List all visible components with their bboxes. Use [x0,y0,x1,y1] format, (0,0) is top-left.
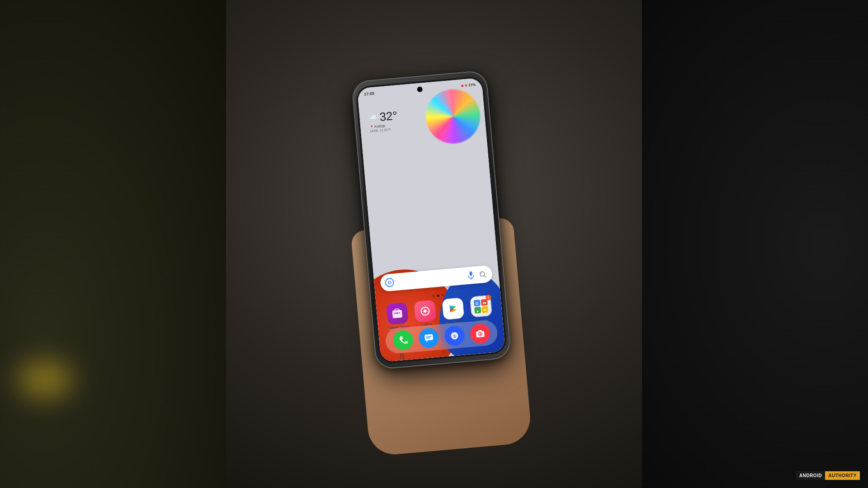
wallpaper-colorful-circle [424,87,482,146]
google-folder-icon: 9 G 📧 ▶ [470,295,492,318]
galaxy-store-icon [386,302,409,325]
app-galaxy-store[interactable]: Galaxy Store [383,302,412,330]
nav-home[interactable]: ○ [442,348,446,355]
lens-icon[interactable] [477,269,488,280]
watermark-android: ANDROID [796,471,825,480]
search-spacer [394,276,466,282]
app-gallery[interactable]: Gallery [411,300,440,328]
svg-text:▶: ▶ [476,310,479,312]
page-dot-2 [437,295,439,297]
nav-back[interactable]: ‹ [484,345,486,351]
svg-text:S: S [453,334,456,338]
phone-body: 17:05 27% ☁️ 32° [351,70,512,370]
svg-rect-0 [469,271,472,276]
svg-text:G: G [476,301,479,306]
gallery-icon [414,300,437,323]
status-dot-red [461,84,463,87]
page-dot-1 [432,295,434,297]
google-g-logo: G [385,277,395,287]
app-play-store[interactable]: Play Store [439,297,468,326]
dock-phone[interactable] [392,329,414,351]
status-dot-orange [465,84,467,86]
dock-samsung[interactable]: S [443,325,465,347]
status-time: 17:05 [364,91,375,97]
dock-camera[interactable] [469,323,491,344]
mic-icon[interactable] [466,270,476,281]
status-icons: 27% [461,82,476,88]
phone-screen: 17:05 27% ☁️ 32° [357,78,505,362]
watermark: ANDROID AUTHORITY [796,471,860,480]
svg-line-30 [426,337,431,337]
app-google[interactable]: 9 G 📧 ▶ [467,295,496,323]
svg-line-4 [484,276,486,277]
dock-messages[interactable] [418,327,439,349]
svg-line-31 [426,338,430,338]
weather-icon: ☁️ [368,113,378,122]
phone-bezel: 17:05 27% ☁️ 32° [355,75,508,364]
scene: 17:05 27% ☁️ 32° [0,0,868,488]
nav-recent[interactable]: ||| [400,352,405,359]
status-battery: 27% [468,82,476,87]
play-store-icon [442,297,464,320]
weather-widget: ☁️ 32° 📍 Kalkaji 14/09, 11:25 ↻ [368,108,398,133]
page-dot-3 [441,294,443,296]
google-badge: 9 [486,295,491,300]
watermark-authority: AUTHORITY [825,471,860,480]
svg-point-3 [480,272,485,277]
weather-temp: 32° [379,108,398,124]
phone-hand: 17:05 27% ☁️ 32° [305,57,563,446]
svg-rect-29 [425,334,433,341]
svg-line-2 [470,279,473,280]
